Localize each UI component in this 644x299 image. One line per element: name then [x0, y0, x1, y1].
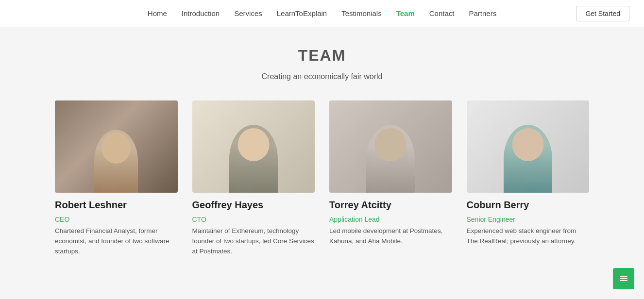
nav-partners[interactable]: Partners	[469, 9, 496, 17]
nav-contact[interactable]: Contact	[429, 9, 455, 17]
member-role-coburn: Senior Engineer	[467, 216, 590, 223]
nav-testimonials[interactable]: Testimonials	[341, 9, 382, 17]
member-name-geoffrey: Geoffrey Hayes	[192, 199, 315, 211]
team-card-coburn-berry: Coburn Berry Senior Engineer Experienced…	[467, 100, 590, 257]
member-role-geoffrey: CTO	[192, 216, 315, 223]
nav-team[interactable]: Team	[396, 9, 415, 17]
member-bio-torrey: Led mobile development at Postmates, Kah…	[329, 226, 452, 247]
member-name-torrey: Torrey Atcitty	[329, 199, 452, 211]
svg-rect-2	[620, 280, 627, 281]
member-bio-robert: Chartered Financial Analyst, former econ…	[55, 226, 178, 257]
navigation: Home Introduction Services LearnToExplai…	[0, 0, 644, 27]
avatar-robert-leshner	[55, 100, 178, 193]
svg-rect-1	[620, 278, 627, 279]
section-subtitle: Creating an economically fair world	[29, 72, 615, 81]
member-name-coburn: Coburn Berry	[467, 199, 590, 211]
team-card-geoffrey-hayes: Geoffrey Hayes CTO Maintainer of Exthere…	[192, 100, 315, 257]
get-started-button[interactable]: Get Started	[576, 6, 629, 21]
team-card-torrey-atcitty: Torrey Atcitty Application Lead Led mobi…	[329, 100, 452, 257]
fab-button[interactable]	[613, 268, 634, 289]
member-role-torrey: Application Lead	[329, 216, 452, 223]
avatar-geoffrey-hayes	[192, 100, 315, 193]
member-bio-geoffrey: Maintainer of Exthereum, technology foun…	[192, 226, 315, 257]
member-bio-coburn: Experienced web stack engineer from The …	[467, 226, 590, 247]
nav-services[interactable]: Services	[234, 9, 262, 17]
section-title: TEAM	[29, 47, 615, 65]
member-role-robert: CEO	[55, 216, 178, 223]
nav-links: Home Introduction Services LearnToExplai…	[148, 9, 496, 17]
team-grid: Robert Leshner CEO Chartered Financial A…	[55, 100, 589, 257]
member-name-robert: Robert Leshner	[55, 199, 178, 211]
avatar-torrey-atcitty	[329, 100, 452, 193]
nav-home[interactable]: Home	[148, 9, 167, 17]
main-content: TEAM Creating an economically fair world…	[0, 27, 644, 299]
team-card-robert-leshner: Robert Leshner CEO Chartered Financial A…	[55, 100, 178, 257]
avatar-coburn-berry	[467, 100, 590, 193]
svg-rect-0	[620, 276, 627, 277]
nav-introduction[interactable]: Introduction	[182, 9, 220, 17]
nav-learntoexplain[interactable]: LearnToExplain	[277, 9, 327, 17]
